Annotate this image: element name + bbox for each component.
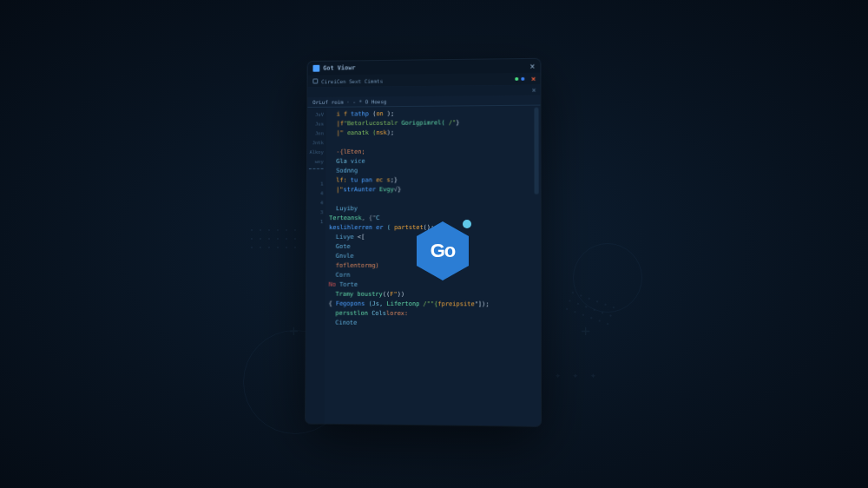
gutter-label: Jus xyxy=(309,120,324,129)
gutter-label: wey xyxy=(309,157,324,167)
go-accent-dot xyxy=(463,220,471,228)
breadcrumb-text: OrLuf roim · - * O Hoesg xyxy=(312,98,386,105)
code-line: No Torte xyxy=(329,280,537,291)
gutter-label: Jen xyxy=(309,129,324,138)
code-line: lf: tu pan ec s;} xyxy=(329,175,536,186)
code-line: persstlon Colslorex: xyxy=(328,309,536,320)
code-line: Luyiby xyxy=(329,204,537,214)
gutter-line-number: 4 xyxy=(309,198,324,208)
gutter-line-number: 1 xyxy=(309,180,324,189)
scrollbar[interactable] xyxy=(534,108,538,195)
gutter-line-number: 1 xyxy=(308,217,323,227)
gutter-label: Alkoy xyxy=(309,148,324,157)
close-icon[interactable]: × xyxy=(529,61,535,70)
gutter-line-number: 4 xyxy=(309,189,324,199)
go-hexagon: Go xyxy=(417,221,469,280)
code-line: Cinote xyxy=(328,319,536,329)
gutter-line-number: 3 xyxy=(309,208,324,217)
status-dot-green xyxy=(515,77,518,81)
gutter-label: Jntk xyxy=(309,138,324,148)
app-icon xyxy=(312,65,319,72)
gutter-label: JuV xyxy=(309,110,324,120)
status-dot-blue xyxy=(521,77,524,81)
go-logo-text: Go xyxy=(431,240,456,262)
code-line: |"strAunter Evgy√} xyxy=(329,185,536,195)
code-line xyxy=(329,195,536,205)
tab-status-dots xyxy=(515,77,524,81)
tab-file-icon xyxy=(312,78,318,83)
tab-close-icon[interactable]: × xyxy=(531,75,536,83)
pathbar-close-icon[interactable]: × xyxy=(532,86,536,94)
tab-label[interactable]: CireiCen Sext Cimmts xyxy=(321,77,383,84)
go-logo-badge: Go xyxy=(417,221,469,280)
window-title: Got Viowr xyxy=(323,64,355,71)
gutter: JuVJusJenJntkAlkoywey14431 xyxy=(306,108,326,424)
